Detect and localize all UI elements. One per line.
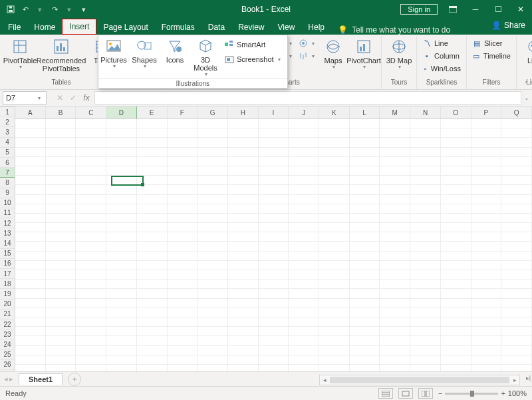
cell[interactable] [76, 327, 106, 336]
cell[interactable] [137, 232, 168, 242]
tab-review[interactable]: Review [231, 20, 271, 35]
cell[interactable] [76, 148, 106, 157]
cell[interactable] [471, 261, 502, 270]
cell[interactable] [228, 242, 259, 251]
row-header[interactable]: 22 [0, 319, 15, 329]
cell[interactable] [168, 214, 198, 223]
cell[interactable] [350, 308, 380, 317]
cell[interactable] [319, 327, 350, 336]
enter-icon[interactable]: ✓ [66, 93, 80, 102]
cell[interactable] [259, 138, 289, 147]
cell[interactable] [380, 336, 410, 345]
cell[interactable] [471, 204, 502, 214]
cell[interactable] [380, 195, 410, 204]
cell[interactable] [168, 299, 198, 308]
column-header[interactable]: H [228, 106, 259, 118]
cell[interactable] [15, 317, 46, 327]
cell[interactable] [319, 185, 350, 194]
cell[interactable] [106, 252, 137, 261]
cell[interactable] [198, 252, 228, 261]
cell[interactable] [471, 232, 502, 242]
cell[interactable] [410, 195, 441, 204]
cell[interactable] [410, 148, 441, 157]
cell[interactable] [168, 242, 198, 251]
cell[interactable] [259, 176, 289, 185]
share-button[interactable]: 👤 Share [491, 21, 525, 30]
cell[interactable] [15, 195, 46, 204]
cell[interactable] [76, 346, 106, 355]
cell[interactable] [441, 327, 471, 336]
cell[interactable] [380, 270, 410, 280]
zoom-value[interactable]: 100% [508, 389, 527, 397]
undo-more-icon[interactable]: ▾ [35, 4, 45, 15]
cell[interactable] [76, 185, 106, 194]
cell[interactable] [410, 242, 441, 251]
cell[interactable] [46, 214, 76, 223]
cell[interactable] [76, 270, 106, 280]
row-headers[interactable]: 1234567891011121314151617181920212223242… [0, 107, 15, 371]
cell[interactable] [289, 308, 319, 317]
cell[interactable] [350, 336, 380, 345]
cell[interactable] [441, 270, 471, 280]
cell[interactable] [501, 280, 532, 289]
column-header[interactable]: L [350, 106, 380, 118]
cell[interactable] [410, 308, 441, 317]
tab-file[interactable]: File [1, 20, 27, 35]
column-header[interactable]: C [76, 106, 106, 118]
cell[interactable] [106, 166, 137, 176]
cell[interactable] [350, 214, 380, 223]
cell[interactable] [289, 252, 319, 261]
cell[interactable] [137, 327, 168, 336]
cell[interactable] [410, 289, 441, 298]
cell[interactable] [76, 232, 106, 242]
cell[interactable] [137, 138, 168, 147]
cell[interactable] [15, 252, 46, 261]
cell[interactable] [380, 176, 410, 185]
cell[interactable] [198, 223, 228, 232]
cell[interactable] [198, 157, 228, 166]
cell[interactable] [137, 148, 168, 157]
cell[interactable] [501, 119, 532, 128]
cell[interactable] [76, 138, 106, 147]
cell[interactable] [501, 299, 532, 308]
cell[interactable] [46, 138, 76, 147]
cell[interactable] [289, 327, 319, 336]
cell[interactable] [76, 195, 106, 204]
cell[interactable] [198, 365, 228, 371]
cell[interactable] [259, 204, 289, 214]
cell[interactable] [289, 261, 319, 270]
cell[interactable] [380, 252, 410, 261]
link-button[interactable]: Link▾ [519, 36, 532, 79]
row-header[interactable]: 17 [0, 269, 15, 279]
cell[interactable] [198, 308, 228, 317]
cell[interactable] [380, 317, 410, 327]
recommended-pivottables-button[interactable]: Recommended PivotTables [36, 36, 86, 79]
cell[interactable] [46, 280, 76, 289]
cell[interactable] [410, 261, 441, 270]
cell[interactable] [319, 223, 350, 232]
cell[interactable] [46, 252, 76, 261]
cell[interactable] [289, 176, 319, 185]
view-page-layout-button[interactable] [398, 388, 413, 399]
tab-data[interactable]: Data [201, 20, 231, 35]
cell[interactable] [76, 308, 106, 317]
row-header[interactable]: 11 [0, 208, 15, 218]
cell[interactable] [350, 299, 380, 308]
cell[interactable] [46, 327, 76, 336]
cell[interactable] [106, 157, 137, 166]
cell[interactable] [410, 336, 441, 345]
cell[interactable] [198, 128, 228, 138]
cell[interactable] [76, 252, 106, 261]
cell[interactable] [319, 317, 350, 327]
column-header[interactable]: G [198, 106, 228, 118]
row-header[interactable]: 1 [0, 107, 15, 117]
column-header[interactable]: A [15, 106, 46, 118]
cell[interactable] [380, 232, 410, 242]
cell[interactable] [410, 270, 441, 280]
cell[interactable] [471, 252, 502, 261]
cell[interactable] [350, 166, 380, 176]
view-page-break-button[interactable] [418, 388, 433, 399]
cell[interactable] [168, 195, 198, 204]
cell[interactable] [168, 365, 198, 371]
cell[interactable] [380, 242, 410, 251]
